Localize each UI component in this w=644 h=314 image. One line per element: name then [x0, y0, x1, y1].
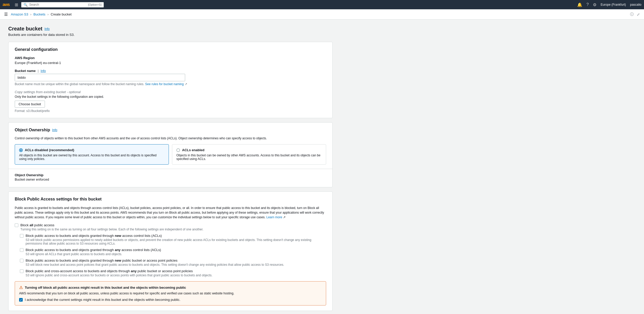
page-title-info-link[interactable]: Info — [44, 27, 50, 31]
breadcrumb-buckets[interactable]: Buckets — [34, 12, 45, 16]
block-new-policy-label-container: Block public access to buckets and objec… — [26, 259, 284, 267]
copy-settings-section: Copy settings from existing bucket - opt… — [15, 90, 326, 113]
block-new-policy-row: Block public access to buckets and objec… — [20, 259, 326, 267]
breadcrumb-amazon-s3[interactable]: Amazon S3 — [11, 12, 28, 16]
acknowledge-label: I acknowledge that the current settings … — [25, 298, 180, 302]
ownership-summary-label: Object Ownership — [15, 173, 326, 177]
block-cross-account-label-container: Block public and cross-account access to… — [26, 269, 213, 277]
block-any-acl-label: Block public access to buckets and objec… — [26, 248, 161, 252]
bucket-name-input[interactable] — [15, 74, 185, 81]
block-cross-account-row: Block public and cross-account access to… — [20, 269, 326, 277]
block-new-acl-sublabel: S3 will block public access permissions … — [26, 238, 326, 245]
notification-icon[interactable]: 🔔 — [577, 2, 582, 7]
block-any-acl-sublabel: S3 will ignore all ACLs that grant publi… — [26, 252, 161, 256]
page-header: Create bucket Info Buckets are container… — [8, 26, 333, 37]
sub-navigation: ☰ Amazon S3 › Buckets › Create bucket ⓘ … — [0, 9, 644, 20]
block-all-sublabel: Turning this setting on is the same as t… — [20, 228, 203, 231]
block-all-checkbox-row: Block all public access Turning this set… — [15, 223, 326, 231]
block-new-policy-checkbox[interactable] — [20, 259, 23, 262]
acls-disabled-desc: All objects in this bucket are owned by … — [19, 154, 164, 161]
breadcrumb-sep-2: › — [48, 12, 49, 16]
ownership-summary: Object Ownership Bucket owner enforced — [15, 173, 326, 181]
search-icon: 🔍 — [23, 3, 28, 7]
aws-region-label: AWS Region — [15, 56, 326, 60]
object-ownership-title: Object Ownership Info — [15, 128, 326, 132]
learn-more-link[interactable]: Learn more — [266, 215, 282, 219]
block-all-label-container: Block all public access Turning this set… — [20, 223, 203, 231]
top-navigation: aws ⊞ 🔍 [Option+S] 🔔 ? ⚙ Europe (Frankfu… — [0, 0, 644, 9]
aws-region-section: AWS Region Europe (Frankfurt) eu-central… — [15, 56, 326, 65]
warning-header: ⚠ Turning off block all public access mi… — [19, 285, 322, 290]
search-input[interactable] — [29, 3, 87, 6]
warning-body: AWS recommends that you turn on block al… — [19, 292, 322, 295]
block-all-checkbox[interactable] — [15, 223, 18, 227]
top-nav-right: 🔔 ? ⚙ Europe (Frankfurt) pascalio — [577, 2, 641, 7]
block-any-acl-checkbox[interactable] — [20, 248, 23, 252]
page-description: Buckets are containers for data stored i… — [8, 33, 333, 37]
block-new-acl-row: Block public access to buckets and objec… — [20, 234, 326, 245]
optional-tag: - optional — [67, 90, 81, 94]
block-any-acl-label-container: Block public access to buckets and objec… — [26, 248, 161, 256]
block-any-acl-row: Block public access to buckets and objec… — [20, 248, 326, 256]
search-bar[interactable]: 🔍 [Option+S] — [21, 2, 104, 7]
acls-enabled-option[interactable]: ACLs enabled Objects in this bucket can … — [172, 144, 326, 165]
acls-disabled-radio[interactable] — [19, 148, 23, 152]
block-new-acl-label-container: Block public access to buckets and objec… — [26, 234, 326, 245]
info-icon[interactable]: ⓘ — [630, 12, 634, 17]
aws-logo: aws — [3, 2, 12, 7]
menu-toggle[interactable]: ☰ — [4, 12, 8, 17]
ownership-summary-value: Bucket owner enforced — [15, 178, 326, 181]
region-selector[interactable]: Europe (Frankfurt) — [601, 3, 626, 6]
see-rules-link[interactable]: See rules for bucket naming — [145, 82, 184, 86]
bucket-name-info-link[interactable]: Info — [41, 69, 46, 73]
ownership-options: ACLs disabled (recommended) All objects … — [15, 144, 326, 165]
acls-enabled-radio[interactable] — [176, 148, 180, 152]
page-content: Create bucket Info Buckets are container… — [0, 20, 341, 314]
block-public-access-title: Block Public Access settings for this bu… — [15, 197, 326, 202]
general-config-title: General configuration — [15, 47, 326, 52]
block-new-policy-sublabel: S3 will block new bucket and access poin… — [26, 263, 284, 267]
block-cross-account-label: Block public and cross-account access to… — [26, 269, 213, 273]
settings-icon[interactable]: ⚙ — [593, 2, 596, 7]
acknowledge-checkbox[interactable] — [19, 298, 23, 302]
bucket-name-section: Bucket name | Info Bucket name must be u… — [15, 69, 326, 86]
block-new-acl-label: Block public access to buckets and objec… — [26, 234, 326, 238]
expand-icon[interactable]: ⤢ — [637, 12, 640, 17]
object-ownership-info-link[interactable]: Info — [52, 128, 57, 132]
choose-bucket-button[interactable]: Choose bucket — [15, 101, 45, 108]
copy-settings-desc: Only the bucket settings in the followin… — [15, 95, 326, 99]
warning-icon: ⚠ — [19, 285, 23, 290]
block-all-label: Block all public access — [20, 223, 203, 227]
bucket-name-label: Bucket name | Info — [15, 69, 326, 73]
acls-disabled-label: ACLs disabled (recommended) — [25, 148, 74, 152]
page-title: Create bucket Info — [8, 26, 333, 32]
warning-box: ⚠ Turning off block all public access mi… — [15, 281, 326, 305]
aws-region-value: Europe (Frankfurt) eu-central-1 — [15, 61, 326, 65]
bucket-name-hint: Bucket name must be unique within the gl… — [15, 82, 326, 86]
block-new-policy-label: Block public access to buckets and objec… — [26, 259, 284, 262]
block-cross-account-checkbox[interactable] — [20, 269, 23, 273]
acls-disabled-option[interactable]: ACLs disabled (recommended) All objects … — [15, 144, 169, 165]
block-cross-account-sublabel: S3 will ignore public and cross-account … — [26, 273, 213, 277]
breadcrumb-current: Create bucket — [51, 12, 72, 16]
acls-enabled-label: ACLs enabled — [182, 148, 205, 152]
user-name: pascalio — [630, 3, 641, 6]
acls-enabled-desc: Objects in this bucket can be owned by o… — [176, 154, 322, 161]
object-ownership-desc: Control ownership of objects written to … — [15, 136, 326, 140]
breadcrumb-sep-1: › — [30, 12, 31, 16]
object-ownership-card: Object Ownership Info Control ownership … — [8, 122, 333, 187]
format-text: Format: s3://bucket/prefix — [15, 109, 326, 113]
apps-icon[interactable]: ⊞ — [14, 2, 19, 7]
block-new-acl-checkbox[interactable] — [20, 234, 23, 238]
block-access-description: Public access is granted to buckets and … — [15, 206, 326, 220]
search-shortcut: [Option+S] — [88, 3, 101, 6]
acknowledge-row: I acknowledge that the current settings … — [19, 298, 322, 302]
copy-settings-label: Copy settings from existing bucket - opt… — [15, 90, 326, 94]
general-configuration-card: General configuration AWS Region Europe … — [8, 42, 333, 118]
help-icon[interactable]: ? — [586, 2, 589, 7]
block-public-access-card: Block Public Access settings for this bu… — [8, 191, 333, 311]
